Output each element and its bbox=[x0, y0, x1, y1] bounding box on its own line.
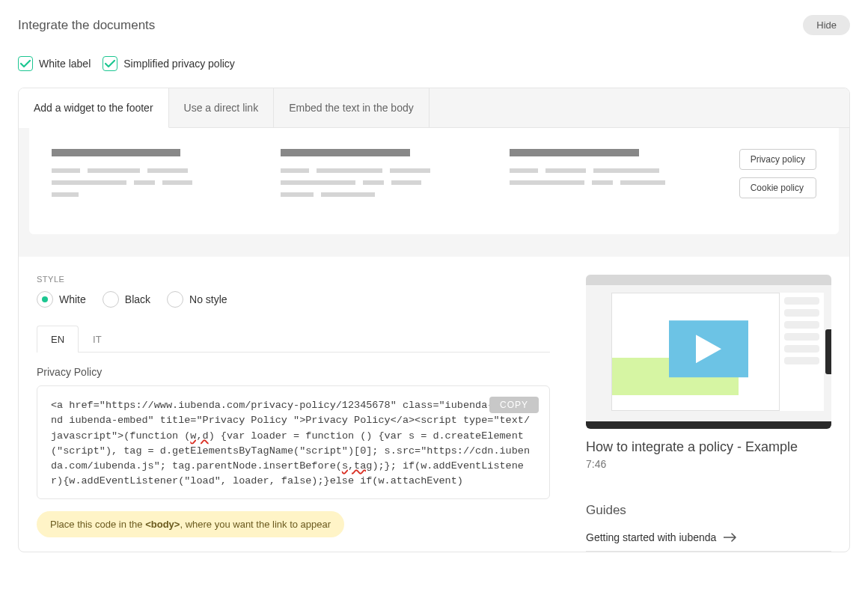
check-icon bbox=[103, 56, 117, 71]
video-thumbnail[interactable] bbox=[586, 275, 831, 429]
play-icon[interactable] bbox=[669, 320, 748, 377]
tab-widget[interactable]: Add a widget to the footer bbox=[19, 88, 169, 128]
page-title: Integrate the documents bbox=[18, 18, 155, 33]
code-text: w,d bbox=[190, 430, 208, 442]
lang-tab-en[interactable]: EN bbox=[37, 326, 79, 353]
guides-heading: Guides bbox=[586, 503, 831, 518]
preview-privacy-button: Privacy policy bbox=[739, 149, 816, 170]
arrow-right-icon bbox=[724, 533, 737, 542]
white-label-label: White label bbox=[39, 58, 91, 70]
style-none-label: No style bbox=[189, 293, 227, 305]
video-title: How to integrate a policy - Example bbox=[586, 439, 831, 455]
guide-link-label: Getting started with iubenda bbox=[586, 531, 716, 543]
style-label: STYLE bbox=[37, 275, 550, 284]
simplified-checkbox[interactable]: Simplified privacy policy bbox=[103, 56, 235, 71]
embed-code-box[interactable]: COPY <a href="https://www.iubenda.com/pr… bbox=[37, 385, 550, 499]
white-label-checkbox[interactable]: White label bbox=[18, 56, 91, 71]
code-label: Privacy Policy bbox=[37, 366, 550, 378]
code-text: s,tag bbox=[342, 460, 373, 472]
simplified-label: Simplified privacy policy bbox=[123, 58, 235, 70]
tab-direct-link[interactable]: Use a direct link bbox=[169, 88, 275, 127]
style-black-radio[interactable]: Black bbox=[103, 291, 150, 308]
style-white-label: White bbox=[59, 293, 86, 305]
check-icon bbox=[18, 56, 33, 71]
footer-preview: Privacy policy Cookie policy bbox=[29, 128, 839, 234]
video-duration: 7:46 bbox=[586, 458, 831, 470]
style-black-label: Black bbox=[125, 293, 150, 305]
lang-tab-it[interactable]: IT bbox=[79, 326, 116, 353]
copy-button[interactable]: COPY bbox=[489, 397, 539, 413]
tab-embed[interactable]: Embed the text in the body bbox=[274, 88, 430, 127]
hide-button[interactable]: Hide bbox=[803, 15, 850, 35]
preview-cookie-button: Cookie policy bbox=[739, 177, 816, 198]
style-none-radio[interactable]: No style bbox=[167, 291, 227, 308]
guide-getting-started[interactable]: Getting started with iubenda bbox=[586, 531, 831, 552]
style-white-radio[interactable]: White bbox=[37, 291, 86, 308]
placement-hint: Place this code in the <body>, where you… bbox=[37, 511, 344, 537]
